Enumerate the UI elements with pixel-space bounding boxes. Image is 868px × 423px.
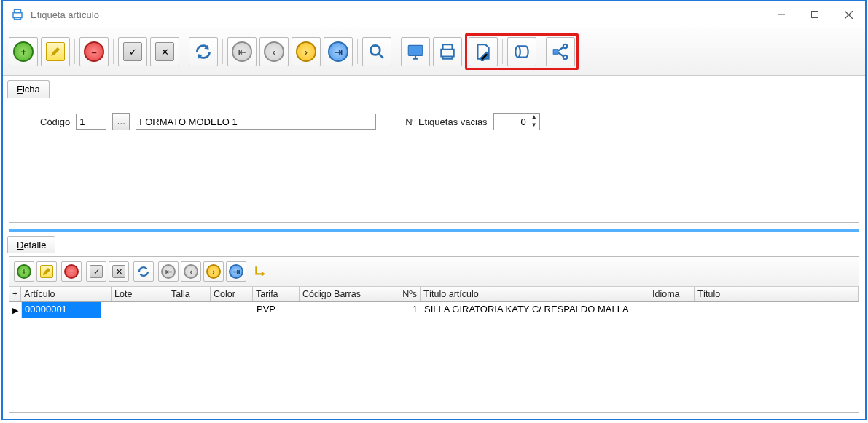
grid-head-titulo[interactable]: Título <box>695 287 859 301</box>
delete-button[interactable]: – <box>79 37 109 66</box>
roll-button[interactable] <box>507 37 536 66</box>
cell-lote[interactable] <box>112 302 169 318</box>
codigo-desc-input[interactable] <box>136 114 376 130</box>
detalle-cancel-button[interactable]: ✕ <box>109 261 129 282</box>
grid-header: + Artículo Lote Talla Color Tarifa Códig… <box>9 287 859 302</box>
edit-button[interactable] <box>41 37 70 66</box>
grid-head-lote[interactable]: Lote <box>112 287 168 301</box>
share-button[interactable] <box>546 37 575 66</box>
tab-detalle[interactable]: Detalle <box>7 236 55 253</box>
ficha-tabstrip: Ficha <box>3 76 865 98</box>
detalle-tabstrip: Detalle <box>3 232 865 253</box>
svg-point-3 <box>515 46 520 57</box>
add-button[interactable]: ＋ <box>9 37 38 66</box>
grid-row[interactable]: ▶ 00000001 PVP 1 SILLA GIRATORIA KATY C/… <box>9 302 859 318</box>
printer-icon <box>10 7 25 22</box>
svg-rect-4 <box>553 50 558 55</box>
detalle-panel: + – ✓ ✕ ⇤ ‹ › ⇥ + Artículo Lote Talla Co… <box>9 256 859 413</box>
cell-talla[interactable] <box>169 302 211 318</box>
grid-head-idioma[interactable]: Idioma <box>649 287 695 301</box>
codigo-input[interactable] <box>76 114 106 130</box>
confirm-button[interactable]: ✓ <box>118 37 147 66</box>
prev-button[interactable]: ‹ <box>259 37 289 66</box>
tab-ficha[interactable]: Ficha <box>7 80 50 98</box>
main-toolbar: ＋ – ✓ ✕ ⇤ ‹ › ⇥ <box>3 28 865 76</box>
cell-articulo[interactable]: 00000001 <box>22 302 101 318</box>
last-button[interactable]: ⇥ <box>324 37 353 66</box>
svg-point-1 <box>370 45 380 55</box>
svg-rect-2 <box>408 45 423 55</box>
row-marker-icon: ▶ <box>9 302 22 318</box>
codigo-label: Código <box>40 116 70 127</box>
grid-head-tarifa[interactable]: Tarifa <box>253 287 300 301</box>
cell-titulo-articulo[interactable]: SILLA GIRATORIA KATY C/ RESPALDO MALLA <box>421 302 650 318</box>
detalle-last-button[interactable]: ⇥ <box>226 261 246 282</box>
print-button[interactable] <box>433 37 462 66</box>
cell-idioma[interactable] <box>650 302 695 318</box>
etiquetas-spin-up[interactable]: ▲ <box>530 114 539 122</box>
cell-tarifa[interactable]: PVP <box>254 302 300 318</box>
refresh-button[interactable] <box>189 37 218 66</box>
app-window: Etiqueta artículo ＋ – ✓ ✕ ⇤ ‹ › ⇥ <box>1 0 867 420</box>
codigo-row: Código … Nº Etiquetas vacias ▲ ▼ <box>40 113 850 130</box>
cell-codigo-barras[interactable] <box>300 302 395 318</box>
detalle-refresh-button[interactable] <box>133 261 154 282</box>
highlighted-toolbar-group <box>465 33 579 70</box>
detalle-add-button[interactable]: + <box>14 261 34 282</box>
grid-head-nos[interactable]: Nºs <box>394 287 421 301</box>
window-title: Etiqueta artículo <box>31 9 99 20</box>
detalle-first-button[interactable]: ⇤ <box>158 261 179 282</box>
detalle-next-button[interactable]: › <box>203 261 224 282</box>
detalle-prev-button[interactable]: ‹ <box>181 261 201 282</box>
detalle-go-button[interactable] <box>251 261 271 282</box>
grid-head-color[interactable]: Color <box>211 287 253 301</box>
detalle-delete-button[interactable]: – <box>61 261 82 282</box>
detalle-confirm-button[interactable]: ✓ <box>86 261 106 282</box>
detalle-toolbar: + – ✓ ✕ ⇤ ‹ › ⇥ <box>9 257 859 287</box>
next-button[interactable]: › <box>292 37 321 66</box>
detalle-edit-button[interactable] <box>36 261 57 282</box>
grid-head-codigo-barras[interactable]: Código Barras <box>300 287 394 301</box>
first-button[interactable]: ⇤ <box>227 37 257 66</box>
cell-color[interactable] <box>211 302 254 318</box>
titlebar: Etiqueta artículo <box>3 1 865 28</box>
screen-button[interactable] <box>401 37 430 66</box>
minimize-button[interactable] <box>765 1 798 28</box>
close-button[interactable] <box>832 1 865 28</box>
grid-head-titulo-articulo[interactable]: Título artículo <box>421 287 649 301</box>
maximize-button[interactable] <box>798 1 832 28</box>
etiquetas-label: Nº Etiquetas vacias <box>405 116 487 127</box>
cancel-button[interactable]: ✕ <box>150 37 179 66</box>
ficha-panel: Código … Nº Etiquetas vacias ▲ ▼ <box>9 98 859 223</box>
grid-add-column[interactable]: + <box>9 287 21 301</box>
etiquetas-spin-down[interactable]: ▼ <box>530 122 539 130</box>
codigo-lookup-button[interactable]: … <box>112 113 130 130</box>
grid-head-articulo[interactable]: Artículo <box>21 287 112 301</box>
cell-nos[interactable]: 1 <box>395 302 421 318</box>
design-button[interactable] <box>469 37 498 66</box>
svg-rect-0 <box>812 12 818 18</box>
grid-head-talla[interactable]: Talla <box>168 287 211 301</box>
cell-titulo[interactable] <box>695 302 859 318</box>
search-button[interactable] <box>362 37 391 66</box>
